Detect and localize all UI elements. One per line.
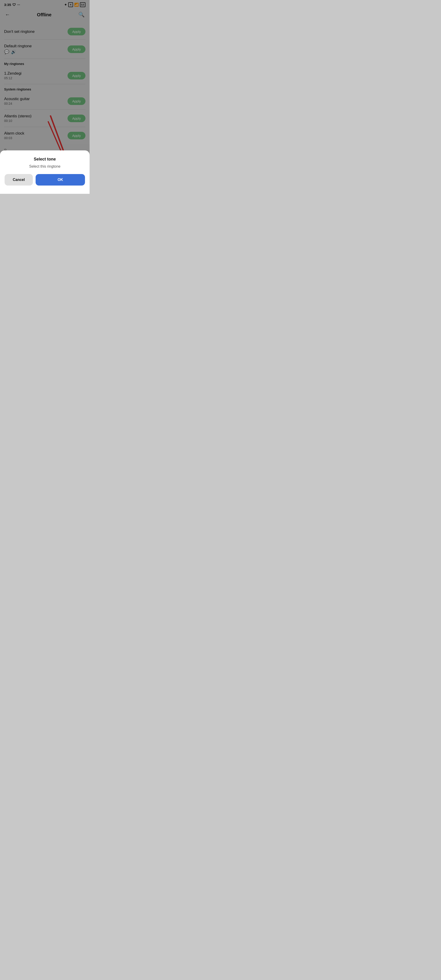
- dialog-message: Select this ringtone: [5, 164, 85, 169]
- dialog-overlay: Select tone Select this ringtone Cancel …: [0, 0, 89, 194]
- cancel-button[interactable]: Cancel: [5, 174, 33, 186]
- select-tone-dialog: Select tone Select this ringtone Cancel …: [0, 150, 89, 194]
- dialog-buttons: Cancel OK: [5, 174, 85, 186]
- ok-button[interactable]: OK: [36, 174, 85, 186]
- dialog-title: Select tone: [5, 157, 85, 162]
